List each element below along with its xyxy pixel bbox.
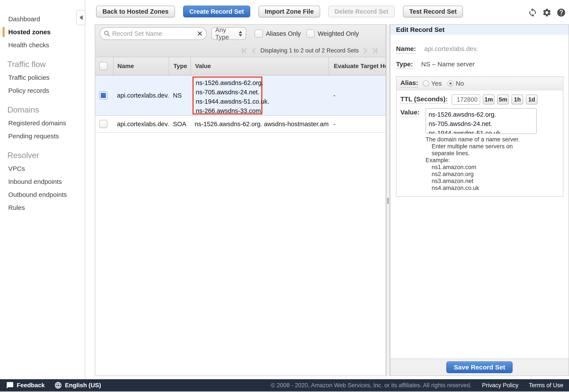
- table-row[interactable]: api.cortexlabs.dev. NS ns-1526.awsdns-62…: [95, 75, 386, 116]
- record-search-box[interactable]: ✕: [100, 27, 207, 40]
- copyright-text: © 2008 - 2020, Amazon Web Services, Inc.…: [271, 382, 472, 389]
- record-name: api.cortexlabs.dev.: [113, 116, 169, 132]
- record-sets-panel: ✕ Any Type Aliases Only Weighted Only Di…: [95, 24, 386, 376]
- record-value: ns-1526.awsdns-62.org. ns-705.awsdns-24.…: [190, 75, 329, 115]
- aliases-only-checkbox[interactable]: [255, 29, 263, 38]
- edit-record-set-panel: Edit Record Set Name: api.cortexlabs.dev…: [390, 24, 569, 376]
- alias-no-label[interactable]: No: [456, 80, 464, 87]
- help-line: separate lines.: [432, 150, 559, 157]
- sidebar-item-rules[interactable]: Rules: [0, 201, 85, 214]
- help-line: ns3.amazon.net: [432, 178, 559, 184]
- delete-record-set-button: Delete Record Set: [328, 6, 395, 17]
- column-header-name[interactable]: Name: [113, 57, 169, 75]
- sidebar-item-policy-records[interactable]: Policy records: [0, 84, 85, 97]
- ns-value-line: ns-266.awsdns-33.com.: [196, 106, 261, 115]
- type-label: Type:: [396, 60, 413, 69]
- aliases-only-filter[interactable]: Aliases Only: [255, 29, 301, 38]
- sidebar-collapse-button[interactable]: [76, 10, 86, 25]
- column-header-value[interactable]: Value: [190, 57, 329, 75]
- create-record-set-button[interactable]: Create Record Set: [183, 6, 250, 17]
- column-header-evaluate-target-health[interactable]: Evaluate Target Health: [329, 57, 386, 75]
- privacy-policy-link[interactable]: Privacy Policy: [482, 382, 518, 389]
- ttl-1m-button[interactable]: 1m: [483, 95, 495, 104]
- sidebar-item-registered-domains[interactable]: Registered domains: [0, 117, 85, 130]
- sidebar-item-hosted-zones[interactable]: Hosted zones: [0, 26, 85, 39]
- splitter-grip-icon: [387, 198, 389, 204]
- ttl-label: TTL (Seconds):: [400, 95, 448, 104]
- help-icon[interactable]: [556, 8, 566, 17]
- console-footer: Feedback English (US) © 2008 - 2020, Ama…: [0, 379, 569, 391]
- sidebar-item-pending-requests[interactable]: Pending requests: [0, 130, 85, 143]
- first-page-icon[interactable]: [241, 47, 248, 54]
- ttl-1d-button[interactable]: 1d: [526, 95, 538, 104]
- alias-yes-label[interactable]: Yes: [431, 80, 442, 87]
- sidebar-item-health-checks[interactable]: Health checks: [0, 39, 85, 52]
- evaluate-target-health-value: -: [329, 75, 386, 115]
- type-filter-select[interactable]: Any Type: [211, 27, 246, 40]
- save-record-set-button[interactable]: Save Record Set: [446, 362, 512, 373]
- terms-of-use-link[interactable]: Terms of Use: [529, 382, 563, 389]
- sidebar-item-traffic-policies[interactable]: Traffic policies: [0, 71, 85, 84]
- table-header: Name Type Value Evaluate Target Health: [95, 57, 386, 75]
- search-input[interactable]: [112, 30, 197, 37]
- search-icon: [103, 30, 110, 37]
- toolbar: Back to Hosted Zones Create Record Set I…: [96, 6, 463, 17]
- highlight-box: ns-1526.awsdns-62.org. ns-705.awsdns-24.…: [192, 77, 262, 114]
- weighted-only-label: Weighted Only: [318, 30, 359, 37]
- value-row: Value: ns-1526.awsdns-62.org. ns-705.aws…: [400, 108, 559, 134]
- last-page-icon[interactable]: [372, 47, 378, 54]
- panel-splitter[interactable]: [386, 24, 390, 376]
- sidebar-item-inbound-endpoints[interactable]: Inbound endpoints: [0, 175, 85, 188]
- import-zone-file-button[interactable]: Import Zone File: [259, 6, 320, 17]
- help-line: ns1.amazon.com: [432, 164, 559, 171]
- sidebar-item-outbound-endpoints[interactable]: Outbound endpoints: [0, 188, 85, 201]
- feedback-bubble-icon: [6, 381, 14, 389]
- type-filter-value: Any Type: [215, 27, 239, 41]
- feedback-button[interactable]: Feedback: [6, 381, 45, 389]
- alias-label: Alias:: [400, 79, 418, 88]
- collapse-left-icon: [79, 15, 83, 20]
- alias-yes-radio[interactable]: [423, 80, 429, 86]
- row-checkbox[interactable]: [99, 120, 107, 128]
- clear-search-icon[interactable]: ✕: [197, 30, 203, 37]
- record-form-box: Alias: Yes No TTL (Seconds): 1m 5m 1h 1d: [396, 76, 563, 197]
- language-selector[interactable]: English (US): [54, 381, 101, 389]
- name-value: api.cortexlabs.dev.: [424, 45, 478, 53]
- value-textarea[interactable]: ns-1526.awsdns-62.org. ns-705.awsdns-24.…: [425, 108, 537, 134]
- column-header-type[interactable]: Type: [169, 57, 190, 75]
- ttl-1h-button[interactable]: 1h: [511, 95, 523, 104]
- alias-no-radio[interactable]: [448, 80, 453, 86]
- gear-icon[interactable]: [542, 8, 552, 17]
- edit-panel-footer: Save Record Set: [390, 359, 569, 376]
- evaluate-target-health-value: -: [329, 116, 386, 132]
- sidebar-item-vpcs[interactable]: VPCs: [0, 162, 85, 175]
- ttl-5m-button[interactable]: 5m: [497, 95, 509, 104]
- record-name: api.cortexlabs.dev.: [113, 75, 169, 115]
- pagination: Displaying 1 to 2 out of 2 Record Sets: [241, 47, 378, 54]
- weighted-only-filter[interactable]: Weighted Only: [306, 29, 359, 38]
- ns-value-line: ns-1944.awsdns-51.co.uk.: [196, 97, 261, 106]
- sidebar-section-traffic-flow: Traffic flow: [0, 58, 85, 71]
- alias-row: Alias: Yes No: [396, 77, 563, 90]
- back-to-hosted-zones-button[interactable]: Back to Hosted Zones: [96, 6, 175, 17]
- globe-icon: [54, 381, 62, 389]
- help-line: ns4.amazon.co.uk: [432, 184, 559, 191]
- select-arrows-icon: [239, 31, 242, 36]
- ns-value-line: ns-1526.awsdns-62.org.: [196, 78, 261, 88]
- value-label: Value:: [400, 109, 420, 117]
- record-value: ns-1526.awsdns-62.org. awsdns-hostmaster…: [190, 116, 329, 132]
- language-label: English (US): [65, 382, 101, 389]
- sidebar-item-dashboard[interactable]: Dashboard: [0, 13, 85, 26]
- refresh-icon[interactable]: [528, 8, 537, 17]
- ttl-row: TTL (Seconds): 1m 5m 1h 1d: [400, 94, 559, 105]
- prev-page-icon[interactable]: [251, 47, 257, 54]
- weighted-only-checkbox[interactable]: [306, 29, 315, 38]
- next-page-icon[interactable]: [362, 47, 368, 54]
- pagination-text: Displaying 1 to 2 out of 2 Record Sets: [260, 47, 359, 54]
- help-line: ns2.amazon.org: [432, 171, 559, 178]
- test-record-set-button[interactable]: Test Record Set: [403, 6, 463, 17]
- table-row[interactable]: api.cortexlabs.dev. SOA ns-1526.awsdns-6…: [95, 116, 386, 133]
- row-checkbox[interactable]: [99, 91, 107, 99]
- select-all-checkbox[interactable]: [99, 62, 107, 70]
- ttl-input[interactable]: [452, 94, 480, 105]
